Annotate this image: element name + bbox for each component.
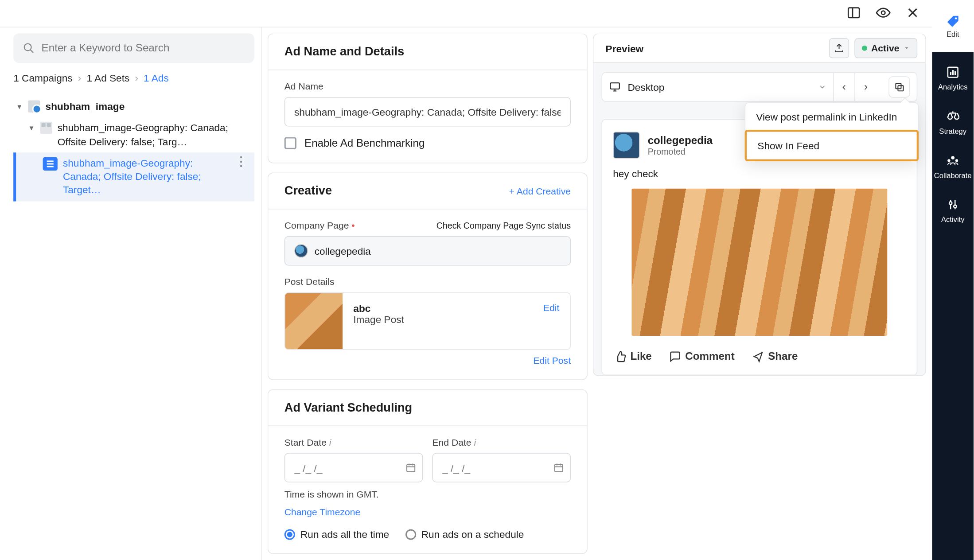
creative-heading: Creative	[284, 184, 332, 198]
end-date-input[interactable]	[432, 453, 571, 482]
ad-name-input[interactable]	[284, 97, 571, 126]
svg-rect-9	[955, 71, 956, 75]
change-timezone-link[interactable]: Change Timezone	[284, 506, 361, 517]
tree-ad-label: shubham_image-Geography: Canada; Offsite…	[63, 156, 225, 197]
rail-item-label: Collaborate	[934, 171, 972, 179]
crumb-ads[interactable]: 1 Ads	[144, 72, 169, 84]
close-icon[interactable]	[905, 5, 920, 20]
details-column: Ad Name and Details Ad Name Enable Ad Be…	[268, 34, 588, 554]
post-details-row[interactable]: abc Image Post Edit	[284, 292, 571, 350]
popover-show-in-feed[interactable]: Show In Feed	[745, 130, 919, 161]
chevron-right-icon: ›	[135, 72, 138, 84]
tree-campaign-row[interactable]: ▼ shubham_image	[13, 96, 254, 117]
crumb-adsets[interactable]: 1 Ad Sets	[86, 72, 129, 84]
start-date-label: Start Date i	[284, 437, 423, 447]
benchmark-toggle[interactable]: Enable Ad Benchmarking	[284, 137, 571, 149]
run-all-time-label: Run ads all the time	[300, 529, 389, 540]
svg-line-18	[30, 50, 33, 53]
svg-rect-0	[848, 8, 859, 18]
calendar-icon[interactable]	[405, 462, 416, 473]
ad-icon	[43, 157, 58, 170]
svg-rect-23	[555, 464, 563, 471]
rail-dark-segment: Analytics Strategy Collaborate Activity	[932, 52, 974, 560]
run-schedule-label: Run ads on a schedule	[421, 529, 524, 540]
rail-edit-label: Edit	[947, 30, 959, 38]
rail-analytics[interactable]: Analytics	[938, 66, 967, 91]
post-text: hey check	[613, 168, 906, 179]
tree-adset-row[interactable]: ▼ shubham_image-Geography: Canada; Offsi…	[13, 117, 254, 152]
adset-icon	[40, 122, 52, 134]
export-icon[interactable]	[829, 38, 849, 58]
share-button[interactable]: Share	[752, 350, 798, 362]
rail-item-label: Analytics	[938, 83, 967, 91]
svg-point-15	[949, 202, 952, 204]
rail-strategy[interactable]: Strategy	[939, 110, 966, 135]
company-page-sync-link[interactable]: Check Company Page Sync status	[436, 221, 571, 231]
tree-campaign-label: shubham_image	[46, 100, 252, 113]
author-name: collegepedia	[648, 134, 713, 146]
campaign-tree: ▼ shubham_image ▼ shubham_image-Geograph…	[13, 96, 254, 201]
svg-point-16	[954, 205, 956, 208]
svg-rect-7	[950, 72, 951, 75]
post-thumbnail	[285, 293, 343, 349]
rail-collaborate[interactable]: Collaborate	[934, 154, 972, 179]
popover-permalink[interactable]: View post permalink in LinkedIn	[745, 103, 918, 131]
comment-button[interactable]: Comment	[669, 350, 735, 362]
search-bar[interactable]	[13, 34, 254, 63]
card-heading: Ad Name and Details	[269, 34, 587, 70]
tree-ad-row[interactable]: shubham_image-Geography: Canada; Offsite…	[13, 152, 254, 201]
post-edit-link[interactable]: Edit	[543, 303, 559, 340]
desktop-icon	[609, 81, 621, 93]
checkbox-icon[interactable]	[284, 137, 296, 149]
share-icon	[752, 350, 764, 362]
chevron-down-icon[interactable]: ▼	[28, 124, 35, 133]
svg-rect-19	[407, 464, 415, 471]
creative-card: Creative + Add Creative Company Page • C…	[268, 173, 588, 380]
rail-item-label: Activity	[941, 215, 965, 223]
edit-post-link[interactable]: Edit Post	[284, 355, 571, 366]
company-avatar-icon	[294, 244, 308, 257]
author-avatar	[613, 132, 639, 158]
svg-point-11	[947, 159, 950, 162]
preview-open-button[interactable]	[888, 76, 910, 97]
tree-adset-label: shubham_image-Geography: Canada; Offsite…	[58, 121, 252, 148]
tag-icon	[945, 14, 961, 29]
run-schedule-option[interactable]: Run ads on a schedule	[405, 529, 524, 540]
device-selector-row: Desktop ‹ ›	[601, 72, 917, 101]
crumb-campaigns[interactable]: 1 Campaigns	[13, 72, 72, 84]
left-sidebar: 1 Campaigns › 1 Ad Sets › 1 Ads ▼ shubha…	[13, 34, 254, 201]
status-pill[interactable]: Active	[854, 38, 917, 58]
run-all-time-option[interactable]: Run ads all the time	[284, 529, 389, 540]
breadcrumb: 1 Campaigns › 1 Ad Sets › 1 Ads	[13, 72, 254, 84]
more-menu-icon[interactable]: ⋮	[230, 156, 251, 166]
company-page-select[interactable]: collegepedia	[284, 236, 571, 265]
folder-icon	[28, 101, 40, 113]
right-rail: Edit Analytics Strategy Collaborate Acti…	[932, 0, 974, 560]
device-select[interactable]: Desktop	[609, 81, 826, 93]
calendar-icon[interactable]	[553, 462, 564, 473]
timezone-note: Time is shown in GMT.	[284, 489, 571, 500]
ad-details-heading: Ad Name and Details	[284, 45, 404, 59]
status-dot-icon	[862, 46, 867, 51]
rail-edit[interactable]: Edit	[932, 0, 974, 52]
rail-activity[interactable]: Activity	[941, 198, 965, 223]
next-variant-button[interactable]: ›	[855, 73, 877, 101]
end-date-label: End Date i	[432, 437, 571, 447]
divider	[261, 27, 262, 560]
radio-icon[interactable]	[284, 529, 295, 540]
add-creative-link[interactable]: + Add Creative	[509, 186, 571, 196]
device-value: Desktop	[627, 81, 811, 93]
preview-column: Preview Active Desktop	[593, 34, 926, 376]
divider	[0, 27, 932, 27]
prev-variant-button[interactable]: ‹	[834, 73, 855, 101]
preview-eye-icon[interactable]	[876, 5, 891, 20]
post-title: abc	[353, 303, 404, 314]
preview-header: Preview Active	[593, 34, 926, 63]
like-button[interactable]: Like	[614, 350, 652, 362]
search-input[interactable]	[42, 42, 245, 54]
panel-toggle-icon[interactable]	[846, 5, 861, 20]
radio-icon[interactable]	[405, 529, 416, 540]
start-date-input[interactable]	[284, 453, 423, 482]
scheduling-card: Ad Variant Scheduling Start Date i	[268, 389, 588, 554]
chevron-down-icon[interactable]: ▼	[16, 102, 23, 111]
